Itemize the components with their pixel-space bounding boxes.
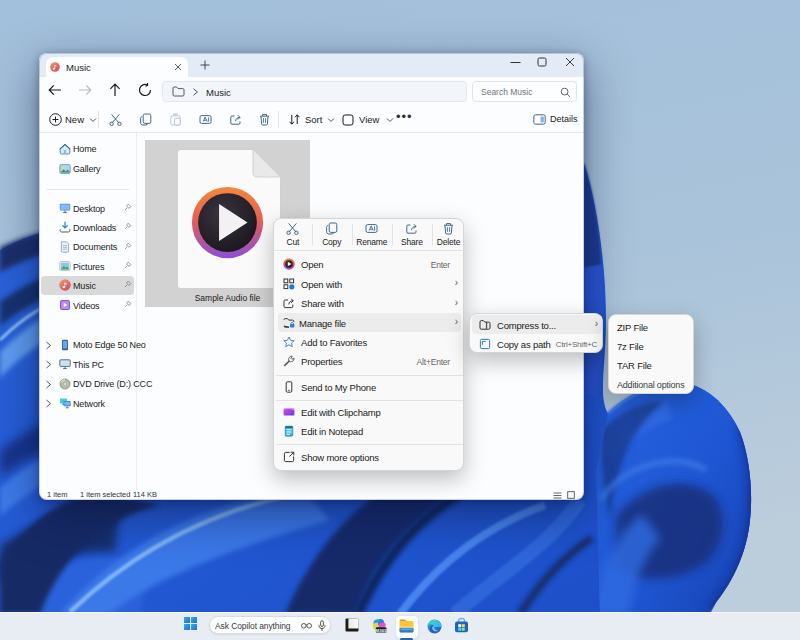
svg-text:M365: M365 — [376, 628, 387, 633]
